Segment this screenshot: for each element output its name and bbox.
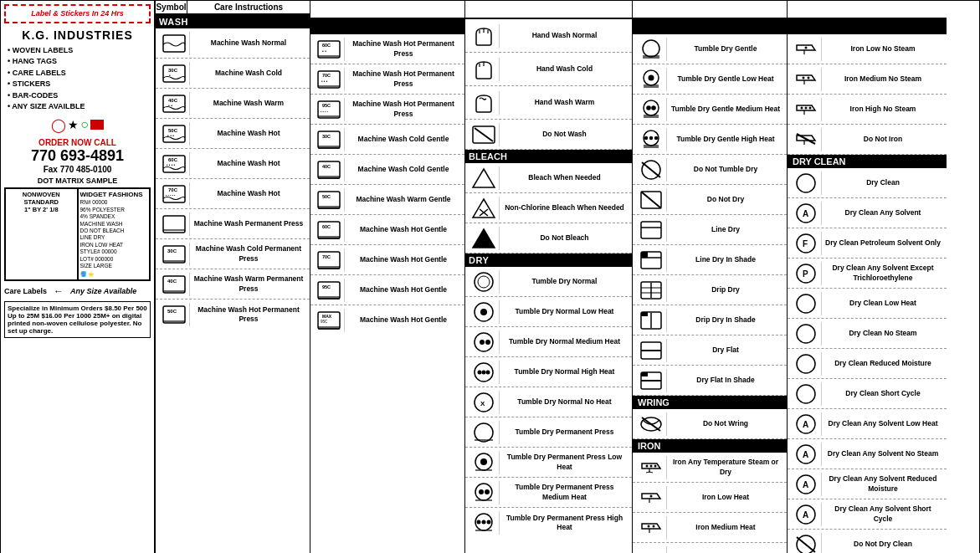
- wring-section-header: WRING: [633, 396, 787, 409]
- svg-point-145: [649, 464, 652, 467]
- pp-row-10: MAX 95C Machine Wash Hot Gentle: [310, 305, 464, 335]
- wash-instruction-1: Machine Wash Normal: [190, 38, 307, 49]
- iron-col-instruction-4: Do Not Iron: [822, 134, 944, 145]
- circle-icon: ◯: [51, 117, 66, 133]
- dry-symbol-7: [468, 451, 500, 474]
- drip-instruction-7: Line Dry: [667, 224, 784, 235]
- dc-instruction-12: Dry Clean Any Solvent Short Cycle: [822, 504, 944, 524]
- tumble-dry-gentle-low-icon: [639, 69, 664, 90]
- drip-symbol-2: [635, 68, 667, 91]
- wash-hot-pp-icon: 50C: [162, 304, 187, 325]
- line-dry-shade-icon: [639, 249, 664, 271]
- svg-text:50C: 50C: [167, 309, 177, 314]
- hand-wash-instruction-2: Hand Wash Cold: [500, 64, 629, 74]
- svg-point-109: [644, 100, 659, 115]
- drip-instruction-8: Line Dry In Shade: [667, 254, 784, 265]
- do-not-wring-icon: [639, 413, 664, 435]
- dc-instruction-8: Dry Clean Short Cycle: [822, 388, 944, 399]
- dry-symbol-1: [468, 270, 500, 294]
- drip-dry-icon: [639, 279, 664, 301]
- wash-row-2: 30C • Machine Wash Cold: [156, 59, 310, 89]
- pp-row-2: 70C • • • Machine Wash Hot Permanent Pre…: [310, 64, 464, 95]
- wash-row-3: 40C • • Machine Wash Warm: [156, 89, 310, 119]
- svg-point-111: [651, 105, 656, 110]
- do-not-wash-icon: [471, 124, 496, 146]
- wash-row-5: 60C • • • • Machine Wash Hot: [156, 149, 310, 179]
- dc-row-2: A Dry Clean Any Solvent: [788, 198, 947, 228]
- wash-column: Symbol Care Instructions WASH Machine Wa…: [156, 1, 310, 553]
- pp-row-5: 40C Machine Wash Cold Gentle: [310, 155, 464, 185]
- svg-marker-74: [473, 229, 495, 248]
- dc-symbol-7: [790, 352, 822, 376]
- dc-instruction-1: Dry Clean: [822, 177, 944, 188]
- pp-row-1: 60C • • Machine Wash Hot Permanent Press: [310, 34, 464, 64]
- dc-symbol-12: A: [790, 503, 822, 526]
- wash-instruction-9: Machine Wash Warm Permanent Press: [190, 274, 307, 294]
- drip-row-12: Dry Flat In Shade: [633, 366, 787, 396]
- drip-instruction-5: Do Not Tumble Dry: [667, 164, 784, 175]
- bleach-instruction-2: Non-Chlorine Bleach When Needed: [500, 202, 629, 213]
- svg-text:95C: 95C: [322, 103, 331, 108]
- svg-point-78: [480, 309, 487, 315]
- dry-instruction-4: Tumble Dry Normal High Heat: [500, 366, 629, 377]
- pp-instruction-3: Machine Wash Hot Permanent Press: [345, 99, 462, 119]
- do-not-tumble-dry-icon: [639, 159, 664, 181]
- dry-clean-icon: [793, 172, 818, 194]
- dry-row-5: X Tumble Dry Normal No Heat: [465, 387, 632, 417]
- symbol-header: Symbol: [156, 1, 187, 13]
- bleach-instruction-1: Bleach When Needed: [500, 172, 629, 183]
- drip-column: Tumble Dry Gentle Tumble Dry Gentle Low …: [633, 1, 788, 553]
- pp-cold-gentle2-icon: 40C: [316, 159, 341, 181]
- sidebar: Label & Stickers In 24 Hrs K.G. INDUSTRI…: [1, 1, 156, 553]
- dry-symbol-5: X: [468, 391, 500, 414]
- svg-point-166: [808, 106, 811, 109]
- dc-symbol-11: A: [790, 473, 822, 496]
- wash-cold-pp-icon: 30C: [162, 243, 187, 265]
- dry-instruction-1: Tumble Dry Normal: [500, 276, 629, 287]
- pp-instruction-9: Machine Wash Hot Gentle: [345, 284, 462, 295]
- drip-row-10: Drip Dry In Shade: [633, 305, 787, 335]
- iron-section-header: IRON: [633, 439, 787, 453]
- drip-row-3: Tumble Dry Gentle Medium Heat: [633, 95, 787, 125]
- pp-symbol-9: 95C: [313, 279, 345, 302]
- svg-text:• •: • •: [322, 49, 326, 54]
- drip-instruction-2: Tumble Dry Gentle Low Heat: [667, 74, 784, 84]
- dry-symbol-2: [468, 300, 500, 324]
- iron-col-instruction-3: Iron High No Steam: [822, 104, 944, 115]
- dc-symbol-8: [790, 382, 822, 406]
- svg-point-177: [797, 325, 815, 343]
- care-labels-row: Care Labels ← Any Size Available: [4, 285, 151, 297]
- pp-symbol-5: 40C: [313, 158, 345, 182]
- bleach-when-needed-icon: [471, 167, 496, 189]
- dry-symbol-6: [468, 421, 500, 444]
- wash-instruction-6: Machine Wash Hot: [190, 188, 307, 199]
- tumble-dry-high-icon: [471, 361, 496, 383]
- circle-green-icon: ○: [80, 117, 89, 132]
- hand-wash-warm-icon: [471, 92, 496, 114]
- svg-point-115: [644, 136, 647, 139]
- pp-hot-gentle2-icon: 70C: [316, 249, 341, 271]
- drip-instruction-9: Drip Dry: [667, 284, 784, 295]
- iron-high-no-steam-icon: [793, 99, 818, 120]
- fax-number: Fax 770 485-0100: [4, 165, 151, 174]
- pp-instruction-1: Machine Wash Hot Permanent Press: [345, 38, 462, 59]
- wash-col-header: Symbol Care Instructions: [156, 1, 310, 15]
- dry-section-header: DRY: [465, 253, 632, 267]
- hand-wash-instruction-3: Hand Wash Warm: [500, 97, 629, 108]
- svg-point-178: [797, 355, 815, 373]
- dc-instruction-13: Do Not Dry Clean: [822, 539, 944, 550]
- dc-row-6: Dry Clean No Steam: [788, 319, 947, 349]
- iron-low-no-steam-icon: [793, 38, 818, 60]
- dry-row-1: Tumble Dry Normal: [465, 267, 632, 297]
- pp-row-4: 30C Machine Wash Cold Gentle: [310, 125, 464, 155]
- dry-row-3: Tumble Dry Normal Medium Heat: [465, 327, 632, 357]
- tumble-dry-medium-icon: [471, 331, 496, 353]
- svg-point-76: [478, 276, 490, 288]
- dc-symbol-3: F: [790, 232, 822, 255]
- care-header: Care Instructions: [187, 1, 310, 13]
- drip-symbol-6: [635, 188, 667, 212]
- dry-clean-any-solvent-icon: A: [793, 202, 818, 224]
- widget-box: WIDGET FASHIONS RN# 0000096% POLYESTER4%…: [78, 188, 151, 281]
- svg-point-150: [647, 525, 649, 527]
- dry-symbol-8: [468, 481, 500, 504]
